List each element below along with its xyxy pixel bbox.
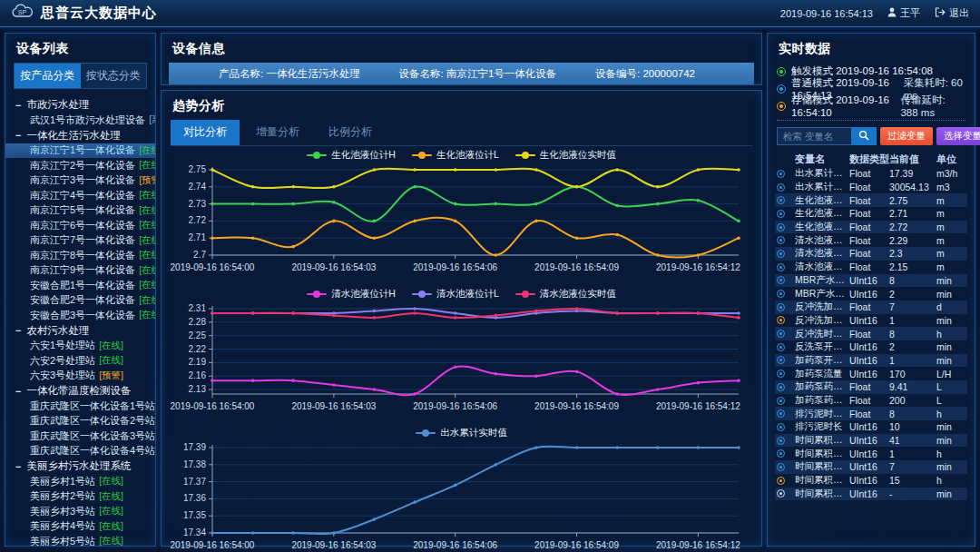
logout-button[interactable]: 退出 [935, 6, 969, 20]
filter-variables-button[interactable]: 过滤变量 [880, 127, 933, 145]
cloud-logo-icon: SP [11, 4, 34, 24]
device-info-bar: 产品名称: 一体化生活污水处理 设备名称: 南京江宁1号一体化设备 设备编号: … [169, 63, 754, 84]
tab-by-status[interactable]: 按状态分类 [81, 64, 147, 88]
variable-row[interactable]: 时间累积备用提升泵分UInt1641min [775, 434, 967, 448]
device-item[interactable]: 武汉1号市政污水处理设备[离线] [5, 113, 155, 128]
select-variables-button[interactable]: 选择变量 [936, 127, 980, 145]
variable-row[interactable]: 排污泥时长UInt1610min [775, 420, 967, 434]
legend-item[interactable]: 清水池液位实时值 [515, 288, 616, 301]
collapse-icon[interactable]: − [15, 325, 21, 336]
svg-text:2.75: 2.75 [189, 164, 207, 174]
device-item-label: 南京江宁5号一体化设备 [30, 203, 135, 217]
user-menu[interactable]: 王平 [887, 6, 920, 20]
variable-row[interactable]: MBR产水泵产水时间分UInt168min [775, 274, 967, 288]
device-item[interactable]: 重庆武隆区一体化设备4号站[预警] [5, 444, 155, 459]
legend-item[interactable]: 生化池液位计H [307, 149, 396, 162]
variable-row[interactable]: MBR产水空曝时间分UInt162min [775, 287, 967, 301]
collapse-icon[interactable]: − [15, 386, 21, 397]
legend-item[interactable]: 清水池液位计L [412, 288, 499, 301]
legend-mark-icon [416, 429, 436, 438]
tab-by-product[interactable]: 按产品分类 [15, 64, 81, 88]
device-item[interactable]: 美丽乡村5号站[在线] [5, 534, 155, 546]
device-item[interactable]: 南京江宁2号一体化设备[在线] [5, 158, 155, 173]
variable-row[interactable]: 反冲洗加药泵时间UInt161min [775, 314, 967, 328]
legend-item[interactable]: 生化池液位实时值 [515, 149, 616, 162]
variable-row[interactable]: 反冲洗加药泵间隔时间Float7d [775, 301, 967, 314]
variable-row[interactable]: 生化池液位实时值Float2.72m [775, 221, 967, 234]
device-item[interactable]: 重庆武隆区一体化设备1号站[预警] [5, 399, 155, 414]
device-item[interactable]: 南京江宁5号一体化设备[在线] [5, 203, 155, 219]
variable-unit: L [936, 381, 967, 392]
variable-row[interactable]: 加药泵开启运行时间UInt161min [775, 354, 967, 368]
variable-unit: min [936, 275, 967, 286]
device-group[interactable]: −一体化带温度检测设备 [5, 383, 155, 399]
collapse-icon[interactable]: − [15, 461, 21, 472]
variable-row[interactable]: 反洗泵开启反洗时长UInt162min [775, 340, 967, 354]
dotted-divider [777, 120, 965, 121]
device-item[interactable]: 六安2号处理站[在线] [5, 353, 155, 369]
variable-row[interactable]: 时间累积泵前产水电动阀分UInt16-min [775, 488, 967, 501]
device-item[interactable]: 重庆武隆区一体化设备3号站[在线] [5, 429, 155, 444]
device-item[interactable]: 重庆武隆区一体化设备2号站[预警] [5, 414, 155, 429]
device-group[interactable]: −一体化生活污水处理 [5, 128, 155, 143]
device-item[interactable]: 南京江宁1号一体化设备[在线] [5, 143, 155, 159]
device-item[interactable]: 南京江宁6号一体化设备[在线] [5, 218, 155, 233]
variable-type: Float [849, 195, 889, 206]
legend-label: 生化池液位计H [331, 149, 396, 162]
variable-icon [777, 183, 785, 192]
variable-row[interactable]: 加药泵药剂累计流量Float9.41L [775, 380, 967, 394]
device-item[interactable]: 南京江宁3号一体化设备[预警] [5, 173, 155, 189]
variable-row[interactable]: 生化池液位计LFloat2.71m [775, 207, 967, 221]
variable-row[interactable]: 反冲洗时间间隔Float8h [775, 327, 967, 340]
device-group[interactable]: −美丽乡村污水处理系统 [5, 458, 155, 474]
tab-increment-analysis[interactable]: 增量分析 [243, 120, 312, 145]
svg-text:2019-09-16 16:54:03: 2019-09-16 16:54:03 [291, 401, 376, 411]
variable-row[interactable]: 出水累计流量值Float30054.13m3 [775, 181, 967, 194]
device-item[interactable]: 美丽乡村2号站[在线] [5, 489, 155, 505]
variable-row[interactable]: 生化池液位计HFloat2.75m [775, 193, 967, 207]
device-group[interactable]: −市政污水处理 [5, 97, 155, 113]
device-item[interactable]: 南京江宁4号一体化设备[在线] [5, 188, 155, 203]
variable-row[interactable]: 排污泥时间间隔Float8h [775, 407, 967, 420]
variable-row[interactable]: 加药泵流量UInt16170L/H [775, 367, 967, 380]
device-item-label: 重庆武隆区一体化设备3号站 [30, 429, 155, 443]
legend-item[interactable]: 生化池液位计L [412, 149, 499, 162]
search-button[interactable] [851, 127, 877, 145]
variable-unit: min [936, 488, 967, 499]
svg-text:2.28: 2.28 [189, 317, 207, 327]
variable-icon [777, 236, 785, 244]
collapse-icon[interactable]: − [15, 100, 21, 111]
variable-row[interactable]: 清水池液位实时值Float2.15m [775, 261, 967, 274]
device-group[interactable]: −农村污水处理 [5, 323, 155, 339]
variable-row[interactable]: 出水累计实时值Float17.39m3/h [775, 167, 967, 181]
variable-row[interactable]: 时间累积泵后产水电动阀时UInt1615h [775, 474, 967, 488]
search-input[interactable] [777, 127, 851, 145]
device-item[interactable]: 美丽乡村4号站[在线] [5, 519, 155, 535]
device-item[interactable]: 美丽乡村1号站[在线] [5, 474, 155, 489]
variable-row[interactable]: 时间累积泵后产水电动阀分UInt167min [775, 460, 967, 474]
device-item[interactable]: 六安1号处理站[在线] [5, 339, 155, 354]
legend-item[interactable]: 出水累计实时值 [416, 427, 507, 439]
variable-unit: min [936, 289, 967, 300]
tab-compare-analysis[interactable]: 对比分析 [171, 120, 240, 145]
variable-name: 排污泥时间间隔 [795, 408, 849, 420]
device-item-label: 重庆武隆区一体化设备4号站 [30, 444, 155, 458]
legend-item[interactable]: 清水池液位计H [307, 288, 396, 301]
variable-row[interactable]: 清水池液位计HFloat2.29m [775, 233, 967, 247]
variable-unit: m [936, 222, 967, 232]
collapse-icon[interactable]: − [15, 130, 21, 141]
device-item[interactable]: 六安3号处理站[预警] [5, 369, 155, 384]
variable-row[interactable]: 清水池液位计LFloat2.3m [775, 247, 967, 261]
device-item[interactable]: 南京江宁8号一体化设备[在线] [5, 248, 155, 263]
device-item[interactable]: 安徽合肥2号一体化设备[在线] [5, 293, 155, 309]
device-item[interactable]: 美丽乡村3号站[在线] [5, 504, 155, 519]
device-item[interactable]: 安徽合肥3号一体化设备[在线] [5, 308, 155, 323]
device-item[interactable]: 安徽合肥1号一体化设备[在线] [5, 278, 155, 293]
device-item[interactable]: 南京江宁7号一体化设备[在线] [5, 233, 155, 249]
mode-status-icon [777, 67, 786, 76]
device-item[interactable]: 南京江宁9号一体化设备[在线] [5, 263, 155, 279]
variable-row[interactable]: 加药泵药剂限定值Float200L [775, 394, 967, 408]
tab-ratio-analysis[interactable]: 比例分析 [316, 120, 385, 145]
variable-value: 7 [889, 301, 936, 312]
variable-row[interactable]: 时间累积备用提升泵时UInt161h [775, 447, 967, 460]
